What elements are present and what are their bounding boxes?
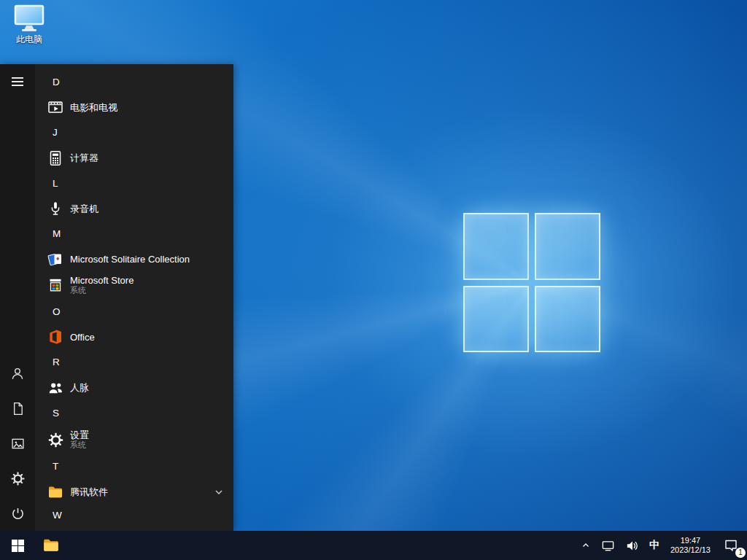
action-center-button[interactable]: 1 xyxy=(716,531,746,560)
desktop-icon-label: 此电脑 xyxy=(16,34,42,46)
app-label: 设置 xyxy=(70,429,89,440)
app-group-header-s[interactable]: S xyxy=(35,400,233,427)
start-menu-app-list: D 电影和电视 J xyxy=(35,64,233,531)
document-icon xyxy=(10,401,26,416)
app-label: Microsoft Store xyxy=(70,275,133,286)
taskbar: 中 19:47 2023/12/13 1 xyxy=(0,531,747,560)
app-group-header-r[interactable]: R xyxy=(35,349,233,376)
movies-tv-icon xyxy=(47,98,64,116)
app-item-movies-tv[interactable]: 电影和电视 xyxy=(35,96,233,120)
settings-button[interactable] xyxy=(0,461,35,496)
file-explorer-icon xyxy=(42,536,61,555)
store-icon xyxy=(47,276,64,294)
documents-button[interactable] xyxy=(0,391,35,426)
this-pc-icon xyxy=(13,4,45,32)
desktop-icon-this-pc[interactable]: 此电脑 xyxy=(9,4,50,46)
tray-overflow-chevron[interactable] xyxy=(576,531,596,560)
tray-time: 19:47 xyxy=(681,536,701,545)
group-letter: T xyxy=(53,461,58,472)
power-icon xyxy=(10,506,26,521)
app-label: 录音机 xyxy=(70,203,98,214)
ime-indicator[interactable]: 中 xyxy=(644,531,665,560)
tray-date: 2023/12/13 xyxy=(670,545,711,555)
people-icon xyxy=(47,379,64,397)
folder-icon xyxy=(47,483,64,501)
calculator-icon xyxy=(47,149,64,167)
group-letter: O xyxy=(53,306,61,317)
gear-icon xyxy=(10,471,26,486)
app-group-header-l[interactable]: L xyxy=(35,170,233,197)
group-letter: W xyxy=(53,510,62,521)
app-label: 计算器 xyxy=(70,152,98,163)
notification-badge: 1 xyxy=(735,548,746,558)
pictures-icon xyxy=(10,436,26,451)
pictures-button[interactable] xyxy=(0,426,35,461)
app-item-calculator[interactable]: 计算器 xyxy=(35,146,233,170)
app-label: Office xyxy=(70,332,95,343)
solitaire-icon xyxy=(47,251,64,268)
app-label: 人脉 xyxy=(70,382,89,393)
app-group-header-t[interactable]: T xyxy=(35,453,233,480)
logo-pane xyxy=(535,286,600,353)
app-subtitle: 系统 xyxy=(70,440,89,450)
app-item-office[interactable]: Office xyxy=(35,325,233,349)
power-button[interactable] xyxy=(0,496,35,531)
chevron-down-icon xyxy=(214,489,223,495)
group-letter: R xyxy=(53,357,60,368)
network-icon xyxy=(601,539,615,553)
windows-logo-icon xyxy=(12,540,24,552)
group-letter: S xyxy=(53,408,59,419)
logo-pane xyxy=(463,286,529,353)
taskbar-clock[interactable]: 19:47 2023/12/13 xyxy=(665,531,716,560)
user-account-button[interactable] xyxy=(0,356,35,391)
app-item-tencent-folder[interactable]: 腾讯软件 xyxy=(35,480,233,504)
app-group-header-d[interactable]: D xyxy=(35,69,233,96)
speaker-icon xyxy=(625,539,639,553)
start-menu-rail xyxy=(0,64,35,531)
system-tray: 中 19:47 2023/12/13 1 xyxy=(576,531,747,560)
hamburger-icon xyxy=(10,74,25,89)
app-group-header-o[interactable]: O xyxy=(35,298,233,325)
app-text: Microsoft Store 系统 xyxy=(70,275,133,295)
app-item-voice-recorder[interactable]: 录音机 xyxy=(35,197,233,221)
user-icon xyxy=(9,365,26,381)
start-menu: D 电影和电视 J xyxy=(0,64,233,531)
start-button[interactable] xyxy=(0,531,35,560)
volume-tray-button[interactable] xyxy=(620,531,644,560)
office-icon xyxy=(47,328,64,346)
app-group-header-j[interactable]: J xyxy=(35,120,233,147)
hamburger-menu-button[interactable] xyxy=(0,64,35,99)
windows-wallpaper-logo xyxy=(463,213,600,352)
voice-recorder-icon xyxy=(47,200,64,217)
file-explorer-button[interactable] xyxy=(35,531,67,560)
app-label: Microsoft Solitaire Collection xyxy=(70,254,190,265)
group-letter: L xyxy=(53,178,58,189)
app-text: 设置 系统 xyxy=(70,429,89,450)
app-item-people[interactable]: 人脉 xyxy=(35,376,233,400)
windows-desktop: 此电脑 xyxy=(0,0,747,560)
app-group-header-m[interactable]: M xyxy=(35,221,233,248)
rail-bottom-group xyxy=(0,356,35,531)
group-letter: D xyxy=(53,77,60,88)
group-letter: J xyxy=(53,127,58,138)
app-group-header-w[interactable]: W xyxy=(35,504,233,531)
logo-pane xyxy=(535,213,600,280)
settings-gear-icon xyxy=(47,431,64,448)
app-subtitle: 系统 xyxy=(70,286,133,295)
app-label: 腾讯软件 xyxy=(70,486,108,497)
app-item-solitaire[interactable]: Microsoft Solitaire Collection xyxy=(35,247,233,271)
logo-pane xyxy=(463,213,529,280)
group-letter: M xyxy=(53,228,61,239)
network-tray-button[interactable] xyxy=(596,531,620,560)
chevron-up-icon xyxy=(581,540,591,551)
app-item-microsoft-store[interactable]: Microsoft Store 系统 xyxy=(35,271,233,298)
app-item-settings[interactable]: 设置 系统 xyxy=(35,427,233,454)
app-label: 电影和电视 xyxy=(70,102,117,113)
